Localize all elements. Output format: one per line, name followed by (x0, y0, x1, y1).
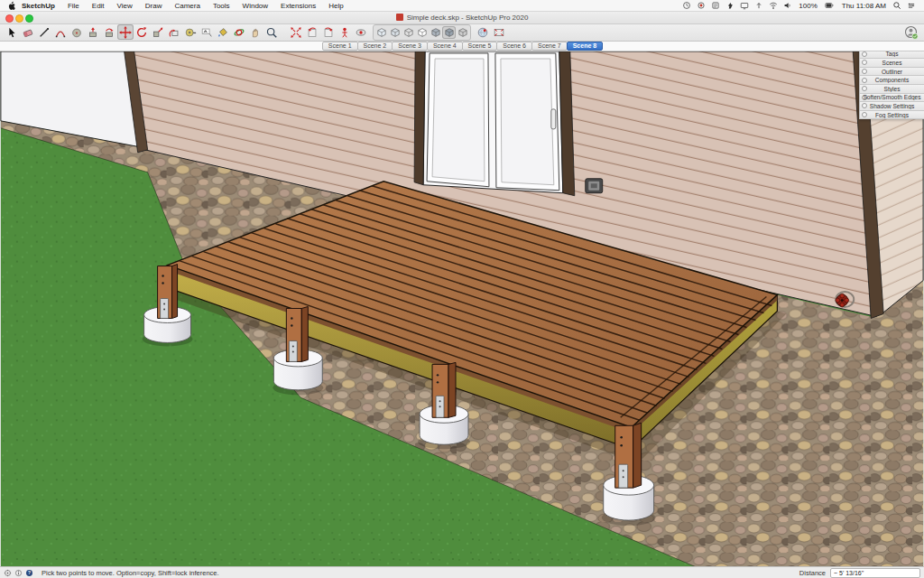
eraser-tool[interactable] (20, 24, 36, 40)
tray-panel-shadow-settings[interactable]: Shadow Settings (860, 102, 924, 111)
face-style-shaded-textures[interactable] (442, 26, 456, 39)
tape-measure-tool[interactable] (182, 24, 199, 40)
tray-panel-scenes[interactable]: Scenes (860, 59, 924, 68)
scene-tab-scene-7[interactable]: Scene 7 (531, 42, 568, 51)
tray-panel-soften-smooth-edges[interactable]: Soften/Smooth Edges (860, 94, 924, 103)
panel-label: Styles (860, 86, 924, 92)
position-camera-tool[interactable] (337, 24, 353, 40)
menu-file[interactable]: File (61, 2, 86, 10)
viewport-canvas[interactable] (0, 51, 924, 567)
menu-tools[interactable]: Tools (207, 2, 236, 10)
measurement-label: Distance (799, 569, 826, 577)
shapes-tool[interactable] (69, 24, 85, 40)
clock-icon[interactable] (682, 1, 691, 10)
arc-tool[interactable] (52, 24, 69, 40)
document-icon (396, 14, 403, 21)
push-pull-tool[interactable] (85, 24, 101, 40)
tray-panel-fog-settings[interactable]: Fog Settings (860, 111, 924, 120)
tray-panel-tags[interactable]: Tags (860, 51, 924, 60)
face-style-shaded[interactable] (429, 26, 442, 39)
app-icon[interactable] (725, 1, 735, 10)
select-tool[interactable] (4, 24, 20, 40)
look-around-tool[interactable] (353, 24, 369, 40)
pan-tool[interactable] (247, 24, 263, 40)
menu-items: FileEditViewDrawCameraToolsWindowExtensi… (61, 2, 350, 10)
screen-recording-icon[interactable] (697, 1, 706, 10)
move-tool[interactable] (117, 24, 134, 40)
face-style-monochrome[interactable] (456, 26, 469, 39)
window-title: Simple deck.skp - SketchUp Pro 2020 (407, 14, 529, 22)
info-icon[interactable] (14, 569, 23, 577)
add-location-tool[interactable] (475, 24, 491, 40)
zoom-extents-tool[interactable] (288, 24, 304, 40)
menu-help[interactable]: Help (322, 2, 349, 10)
menu-app-name[interactable]: SketchUp (15, 2, 61, 10)
panel-label: Scenes (860, 60, 924, 66)
account-icon[interactable] (904, 25, 919, 40)
panel-label: Tags (860, 51, 924, 57)
door-left-trim (414, 51, 425, 185)
orbit-tool[interactable] (231, 24, 247, 40)
face-style-xray[interactable] (374, 26, 388, 39)
menubar-clock[interactable]: Thu 11:08 AM (838, 2, 890, 10)
menu-extensions[interactable]: Extensions (274, 2, 322, 10)
help-icon[interactable]: ? (25, 569, 33, 577)
apple-menu-icon[interactable] (7, 1, 15, 10)
two-point-perspective-tool[interactable] (491, 24, 507, 40)
menu-draw[interactable]: Draw (139, 2, 169, 10)
sliding-glass-door[interactable] (414, 51, 575, 196)
face-style-wireframe[interactable] (402, 26, 415, 39)
door-handle[interactable] (551, 109, 556, 129)
battery-percent: 100% (795, 2, 820, 10)
input-source-icon[interactable] (754, 1, 763, 10)
macos-menu-bar: SketchUp FileEditViewDrawCameraToolsWind… (0, 0, 924, 12)
tray-panel-styles[interactable]: Styles (860, 85, 924, 94)
display-icon[interactable] (740, 1, 749, 10)
tray-panel-components[interactable]: Components (860, 76, 924, 85)
menubar-status-icons (679, 1, 795, 10)
scene-tab-scene-4[interactable]: Scene 4 (427, 42, 463, 51)
panel-label: Shadow Settings (860, 103, 924, 109)
menubar-trailing-icons (890, 1, 919, 10)
face-style-hidden-line[interactable] (415, 26, 429, 39)
toolbar (0, 23, 924, 42)
paint-bucket-tool[interactable] (215, 24, 231, 40)
wifi-icon[interactable] (769, 1, 778, 10)
follow-me-tool[interactable] (101, 24, 117, 40)
offset-tool[interactable] (166, 24, 182, 40)
scene-tab-scene-1[interactable]: Scene 1 (322, 42, 358, 51)
tray-panel-outliner[interactable]: Outliner (860, 68, 924, 77)
face-style-group (373, 24, 471, 41)
scene-tab-scene-3[interactable]: Scene 3 (392, 42, 428, 51)
geolocation-icon[interactable] (4, 569, 12, 577)
scene-tab-scene-6[interactable]: Scene 6 (496, 42, 532, 51)
status-bar: ? Pick two points to move. Option=copy, … (0, 566, 924, 578)
notes-icon[interactable] (711, 1, 720, 10)
scene-tab-scene-2[interactable]: Scene 2 (357, 42, 393, 51)
scene-tab-scene-8[interactable]: Scene 8 (567, 42, 603, 51)
measurement-input[interactable] (830, 568, 920, 578)
line-tool[interactable] (36, 24, 52, 40)
next-view-tool[interactable] (320, 24, 337, 40)
face-style-back-edges[interactable] (388, 26, 402, 39)
window-title-bar[interactable]: Simple deck.skp - SketchUp Pro 2020 (0, 11, 924, 24)
scale-tool[interactable] (150, 24, 166, 40)
text-tool[interactable] (199, 24, 215, 40)
menu-edit[interactable]: Edit (86, 2, 111, 10)
control-center-icon[interactable] (907, 1, 916, 10)
panel-label: Outliner (860, 69, 924, 75)
electrical-outlet-box[interactable] (586, 179, 603, 193)
volume-icon[interactable] (783, 1, 792, 10)
previous-view-tool[interactable] (304, 24, 320, 40)
menu-window[interactable]: Window (236, 2, 274, 10)
rotate-tool[interactable] (134, 24, 150, 40)
menu-view[interactable]: View (111, 2, 139, 10)
status-hint-text: Pick two points to move. Option=copy, Sh… (42, 569, 219, 577)
default-tray: Entity InfoTagsScenesOutlinerComponentsS… (859, 42, 924, 119)
zoom-tool[interactable] (263, 24, 280, 40)
spotlight-icon[interactable] (892, 1, 901, 10)
menu-camera[interactable]: Camera (168, 2, 206, 10)
scene-tab-scene-5[interactable]: Scene 5 (462, 42, 498, 51)
scene-tabs-bar: Scene 1Scene 2Scene 3Scene 4Scene 5Scene… (0, 42, 924, 51)
battery-icon[interactable] (824, 1, 836, 10)
